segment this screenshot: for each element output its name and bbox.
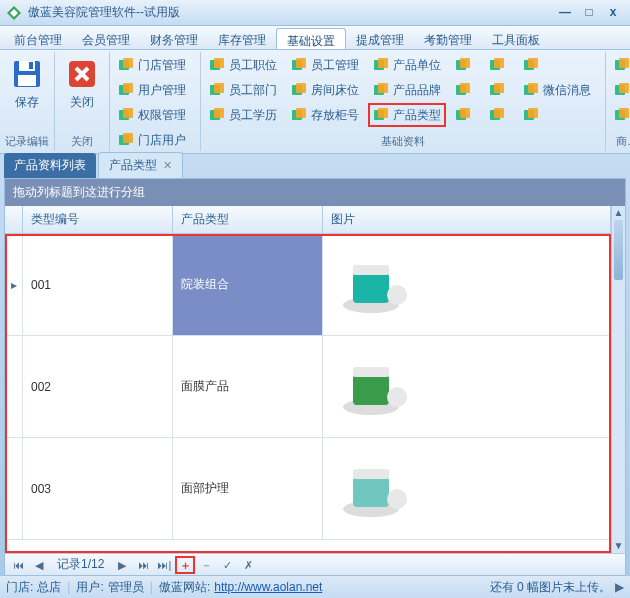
ribbon-btn-4-0-1[interactable] bbox=[610, 79, 630, 101]
close-window-button[interactable]: x bbox=[602, 5, 624, 21]
svg-rect-48 bbox=[528, 83, 538, 93]
ribbon-btn-3-5-2[interactable] bbox=[519, 104, 595, 126]
ribbon-btn-3-4-1[interactable] bbox=[485, 79, 513, 101]
window-title: 傲蓝美容院管理软件--试用版 bbox=[28, 4, 552, 21]
menu-4[interactable]: 基础设置 bbox=[276, 28, 346, 49]
row-indicator: ▸ bbox=[5, 234, 23, 335]
nav-btn-3[interactable]: ▶ bbox=[113, 557, 131, 573]
scroll-thumb[interactable] bbox=[614, 220, 623, 280]
ribbon-btn-4-0-2[interactable] bbox=[610, 104, 630, 126]
cell-type[interactable]: 面膜产品 bbox=[173, 336, 323, 437]
ribbon-btn-2-0-0[interactable]: 门店管理 bbox=[114, 54, 190, 76]
ribbon-btn-3-3-1[interactable] bbox=[451, 79, 479, 101]
ribbon-icon bbox=[118, 82, 134, 98]
ribbon-btn-3-0-0[interactable]: 员工职位 bbox=[205, 54, 281, 76]
table-row[interactable]: 003面部护理 bbox=[5, 438, 611, 540]
ribbon-icon bbox=[523, 107, 539, 123]
ribbon-btn-3-3-2[interactable] bbox=[451, 104, 479, 126]
cell-type[interactable]: 院装组合 bbox=[173, 234, 323, 335]
ribbon-btn-3-1-0[interactable]: 员工管理 bbox=[287, 54, 363, 76]
cell-id[interactable]: 002 bbox=[23, 336, 173, 437]
ribbon-icon bbox=[209, 57, 225, 73]
ribbon-btn-3-0-2[interactable]: 员工学历 bbox=[205, 104, 281, 126]
nav-btn-6[interactable]: ＋ bbox=[176, 557, 194, 573]
ribbon-icon bbox=[209, 107, 225, 123]
record-label: 记录1/12 bbox=[51, 556, 110, 573]
table-row[interactable]: ▸001院装组合 bbox=[5, 234, 611, 336]
menu-6[interactable]: 考勤管理 bbox=[414, 28, 482, 49]
ribbon-btn-3-5-1[interactable]: 微信消息 bbox=[519, 79, 595, 101]
menu-2[interactable]: 财务管理 bbox=[140, 28, 208, 49]
close-button[interactable]: 关闭 bbox=[59, 54, 105, 115]
ribbon-btn-3-4-2[interactable] bbox=[485, 104, 513, 126]
ribbon-btn-3-0-1[interactable]: 员工部门 bbox=[205, 79, 281, 101]
maximize-button[interactable]: □ bbox=[578, 5, 600, 21]
ribbon-icon bbox=[291, 57, 307, 73]
next-icon[interactable]: ▶ bbox=[615, 580, 624, 594]
store-label: 门店: bbox=[6, 579, 33, 596]
nav-btn-1[interactable]: ◀ bbox=[30, 557, 48, 573]
minimize-button[interactable]: — bbox=[554, 5, 576, 21]
tab-close-icon[interactable]: ✕ bbox=[163, 159, 172, 172]
ribbon-icon bbox=[373, 107, 389, 123]
ribbon-btn-2-0-2[interactable]: 权限管理 bbox=[114, 104, 190, 126]
svg-rect-26 bbox=[296, 108, 306, 118]
menu-1[interactable]: 会员管理 bbox=[72, 28, 140, 49]
vertical-scrollbar[interactable]: ▲ ▼ bbox=[611, 206, 625, 553]
site-link[interactable]: http://www.aolan.net bbox=[214, 580, 322, 594]
app-icon bbox=[6, 5, 22, 21]
col-header-image[interactable]: 图片 bbox=[323, 206, 611, 233]
svg-rect-69 bbox=[353, 477, 389, 507]
ribbon-icon bbox=[614, 107, 630, 123]
nav-btn-0[interactable]: ⏮ bbox=[9, 557, 27, 573]
nav-btn-7[interactable]: － bbox=[197, 557, 215, 573]
svg-rect-32 bbox=[378, 108, 388, 118]
nav-btn-4[interactable]: ⏭ bbox=[134, 557, 152, 573]
ribbon-icon bbox=[523, 82, 539, 98]
menu-3[interactable]: 库存管理 bbox=[208, 28, 276, 49]
ribbon-btn-3-1-1[interactable]: 房间床位 bbox=[287, 79, 363, 101]
cell-type[interactable]: 面部护理 bbox=[173, 438, 323, 539]
ribbon-btn-3-2-1[interactable]: 产品品牌 bbox=[369, 79, 445, 101]
cell-image[interactable] bbox=[323, 438, 611, 539]
svg-rect-18 bbox=[214, 83, 224, 93]
menu-0[interactable]: 前台管理 bbox=[4, 28, 72, 49]
ribbon-btn-3-1-2[interactable]: 存放柜号 bbox=[287, 104, 363, 126]
ribbon-btn-3-2-2[interactable]: 产品类型 bbox=[369, 104, 445, 126]
ribbon-btn-3-4-0[interactable] bbox=[485, 54, 513, 76]
save-icon bbox=[11, 58, 43, 90]
cell-id[interactable]: 001 bbox=[23, 234, 173, 335]
tab-1[interactable]: 产品类型✕ bbox=[98, 152, 183, 178]
scroll-up-icon[interactable]: ▲ bbox=[612, 206, 625, 220]
cell-image[interactable] bbox=[323, 234, 611, 335]
ribbon-btn-3-5-0[interactable] bbox=[519, 54, 595, 76]
cell-id[interactable]: 003 bbox=[23, 438, 173, 539]
svg-rect-56 bbox=[619, 108, 629, 118]
scroll-down-icon[interactable]: ▼ bbox=[612, 539, 625, 553]
ribbon: 保存记录编辑关闭关闭门店管理用户管理权限管理门店用户员工职位员工部门员工学历员工… bbox=[0, 50, 630, 154]
ribbon-btn-2-0-3[interactable]: 门店用户 bbox=[114, 129, 190, 151]
ribbon-btn-4-0-0[interactable] bbox=[610, 54, 630, 76]
svg-rect-22 bbox=[296, 58, 306, 68]
col-header-type[interactable]: 产品类型 bbox=[173, 206, 323, 233]
grid-header: 类型编号 产品类型 图片 bbox=[5, 206, 611, 234]
svg-rect-34 bbox=[460, 58, 470, 68]
ribbon-btn-2-0-1[interactable]: 用户管理 bbox=[114, 79, 190, 101]
svg-rect-38 bbox=[460, 108, 470, 118]
svg-rect-14 bbox=[123, 133, 133, 143]
tab-0[interactable]: 产品资料列表 bbox=[4, 153, 96, 178]
table-row[interactable]: 002面膜产品 bbox=[5, 336, 611, 438]
cell-image[interactable] bbox=[323, 336, 611, 437]
nav-btn-5[interactable]: ⏭| bbox=[155, 557, 173, 573]
ribbon-btn-3-2-0[interactable]: 产品单位 bbox=[369, 54, 445, 76]
user-label: 用户: bbox=[76, 579, 103, 596]
nav-btn-8[interactable]: ✓ bbox=[218, 557, 236, 573]
row-indicator bbox=[5, 438, 23, 539]
col-header-id[interactable]: 类型编号 bbox=[23, 206, 173, 233]
menu-5[interactable]: 提成管理 bbox=[346, 28, 414, 49]
menu-7[interactable]: 工具面板 bbox=[482, 28, 550, 49]
svg-rect-65 bbox=[353, 367, 389, 377]
save-button[interactable]: 保存 bbox=[4, 54, 50, 115]
nav-btn-9[interactable]: ✗ bbox=[239, 557, 257, 573]
ribbon-btn-3-3-0[interactable] bbox=[451, 54, 479, 76]
